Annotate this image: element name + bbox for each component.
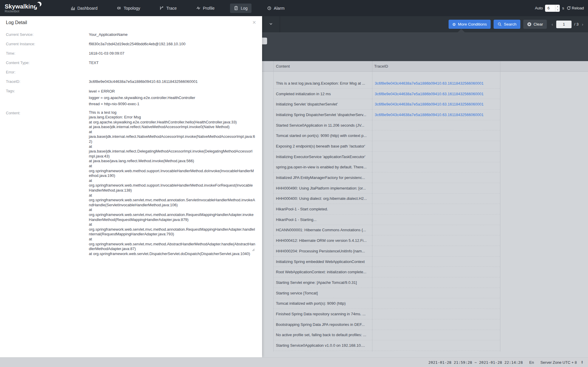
row-spacer	[262, 162, 273, 173]
nav-item-log[interactable]: Log	[230, 4, 251, 13]
table-row[interactable]: No active profile set, falling back to d…	[262, 330, 588, 341]
column-header-content: Content	[276, 64, 290, 68]
row-content-cell[interactable]: Exposing 2 endpoint(s) beneath base path…	[273, 141, 372, 152]
row-content-cell[interactable]: Finished Spring Data repository scanning…	[273, 309, 372, 319]
row-content-cell[interactable]: No active profile set, falling back to d…	[273, 330, 372, 341]
clear-button[interactable]: Clear	[523, 20, 547, 29]
row-content-cell[interactable]: HHH000400: Using dialect: org.hibernate.…	[273, 194, 372, 204]
chevron-down-icon[interactable]	[269, 22, 273, 27]
table-row[interactable]: Initializing Servlet 'dispatcherServlet'…	[262, 99, 588, 110]
row-content-cell[interactable]: Root WebApplicationContext: initializati…	[273, 267, 372, 277]
time-range-picker[interactable]: 2021-01-28 21:59:28 ~ 2021-01-28 22:14:2…	[428, 360, 523, 365]
row-traceid-cell	[372, 257, 500, 267]
page-number-input[interactable]	[556, 21, 572, 28]
row-traceid-cell	[372, 204, 500, 214]
row-content-cell[interactable]: HHH000204: Processing PersistenceUnitInf…	[273, 246, 372, 257]
log-detail-fields: Current Service: Your_ApplicationName Cu…	[6, 32, 262, 256]
nav-item-dashboard[interactable]: Dashboard	[67, 4, 101, 13]
nav-item-profile[interactable]: Profile	[192, 4, 219, 13]
row-content-cell[interactable]: This is a test log java.lang.Exception: …	[273, 78, 372, 89]
table-row[interactable]: Starting Servlet engine: [Apache Tomcat/…	[262, 277, 588, 288]
table-row[interactable]: HikariPool-1 - Starting...	[262, 214, 588, 225]
table-row[interactable]: Finished Spring Data repository scanning…	[262, 309, 588, 319]
trace-id-link[interactable]: 3c6f8e9e043c44638a7e5a1886b09410.63.1611…	[375, 102, 484, 106]
row-content-cell[interactable]: Tomcat initialized with port(s): 9090 (h…	[273, 298, 372, 309]
row-content-cell[interactable]: Initializing ExecutorService 'applicatio…	[273, 152, 372, 162]
row-content-cell[interactable]: Initializing Spring DispatcherServlet 'd…	[273, 110, 372, 120]
row-content-cell[interactable]: Initializing Spring embedded WebApplicat…	[273, 257, 372, 267]
log-content-textarea[interactable]: This is a test log java.lang.Exception: …	[89, 110, 255, 257]
log-table-header: Content TraceID	[262, 61, 588, 72]
row-content-cell[interactable]: HHH000412: Hibernate ORM core version 5.…	[273, 235, 372, 246]
table-row[interactable]: Tomcat initialized with port(s): 9090 (h…	[262, 298, 588, 309]
table-row[interactable]: Root WebApplicationContext: initializati…	[262, 267, 588, 277]
nav-item-trace[interactable]: Trace	[156, 4, 180, 13]
resize-handle-icon[interactable]	[239, 243, 255, 258]
table-row[interactable]: This is a test log java.lang.Exception: …	[262, 78, 588, 89]
table-row[interactable]: Initializing Spring embedded WebApplicat…	[262, 257, 588, 267]
table-row[interactable]: Initializing Spring DispatcherServlet 'd…	[262, 110, 588, 120]
row-content-cell[interactable]: HHH000490: Using JtaPlatform implementat…	[273, 183, 372, 194]
profile-icon	[196, 6, 201, 10]
auto-interval-input[interactable]: ▲▼	[545, 5, 560, 12]
row-traceid-cell	[372, 130, 500, 141]
row-content-cell[interactable]: Starting Servlet engine: [Apache Tomcat/…	[273, 277, 372, 288]
row-content-cell[interactable]: Started Service0Application in 11.206 se…	[273, 120, 372, 131]
row-content-cell[interactable]: spring.jpa.open-in-view is enabled by de…	[273, 162, 372, 173]
table-row[interactable]: Initialized JPA EntityManagerFactory for…	[262, 172, 588, 183]
table-row[interactable]: HHH000490: Using JtaPlatform implementat…	[262, 183, 588, 194]
row-content-cell[interactable]: Initialized JPA EntityManagerFactory for…	[273, 172, 372, 183]
table-row[interactable]: Exposing 2 endpoint(s) beneath base path…	[262, 141, 588, 152]
trace-id-link[interactable]: 3c6f8e9e043c44638a7e5a1886b09410.63.1611…	[375, 92, 484, 96]
table-row[interactable]: Starting service [Tomcat]	[262, 288, 588, 299]
more-conditions-label: More Conditions	[458, 22, 487, 26]
nav-item-alarm[interactable]: Alarm	[263, 4, 289, 13]
field-row-tags: Tags: level = ERRORlogger = org.apache.s…	[6, 88, 262, 107]
auto-interval-stepper[interactable]: ▲▼	[555, 5, 560, 12]
step-up-icon[interactable]: ▲	[555, 5, 560, 9]
row-spacer	[262, 141, 273, 152]
row-spacer	[262, 257, 273, 267]
nav-item-topology[interactable]: Topology	[113, 4, 144, 13]
trace-id-link[interactable]: 3c6f8e9e043c44638a7e5a1886b09410.63.1611…	[375, 113, 484, 117]
modal-title: Log Detail	[0, 16, 262, 25]
search-button[interactable]: Search	[494, 20, 520, 29]
row-content-cell[interactable]: Starting Service0Application v1.0.0 on 1…	[273, 340, 372, 351]
reload-button[interactable]: Reload	[567, 6, 584, 10]
skywalking-logo[interactable]: Skywalking Rocketbot	[5, 4, 37, 13]
row-content-cell[interactable]: Bootstrapping Spring Data JPA repositori…	[273, 319, 372, 330]
table-row[interactable]: HHH000412: Hibernate ORM core version 5.…	[262, 235, 588, 246]
chevron-right-icon[interactable]: ›	[581, 22, 584, 27]
table-row[interactable]: Bootstrapping Spring Data JPA repositori…	[262, 319, 588, 330]
more-conditions-button[interactable]: ⚙ More Conditions	[449, 20, 491, 29]
table-row[interactable]: Completed initialization in 12 ms 3c6f8e…	[262, 89, 588, 99]
auto-interval-value[interactable]	[545, 5, 554, 12]
row-content-cell[interactable]: Tomcat started on port(s): 9090 (http) w…	[273, 130, 372, 141]
row-traceid-cell	[372, 141, 500, 152]
field-row-time: Time: 1618-01-03 09:09:07	[6, 51, 262, 56]
table-row[interactable]: Tomcat started on port(s): 9090 (http) w…	[262, 130, 588, 141]
table-row[interactable]: Initializing ExecutorService 'applicatio…	[262, 152, 588, 162]
step-down-icon[interactable]: ▼	[555, 8, 560, 12]
trace-id-link[interactable]: 3c6f8e9e043c44638a7e5a1886b09410.63.1611…	[375, 81, 484, 86]
language-toggle[interactable]: En	[529, 360, 534, 365]
zone-stepper[interactable]: ▲▼	[581, 361, 583, 364]
row-content-cell[interactable]: Completed initialization in 12 ms	[273, 89, 372, 99]
chevron-left-icon[interactable]: ‹	[551, 22, 554, 27]
table-row[interactable]: Starting Service0Application v1.0.0 on 1…	[262, 340, 588, 351]
table-row[interactable]: HikariPool-1 - Start completed.	[262, 204, 588, 214]
close-icon[interactable]: ✕	[252, 20, 256, 25]
table-row[interactable]: HHH000400: Using dialect: org.hibernate.…	[262, 194, 588, 204]
table-row[interactable]: spring.jpa.open-in-view is enabled by de…	[262, 162, 588, 173]
table-row[interactable]: Started Service0Application in 11.206 se…	[262, 120, 588, 131]
row-content-cell[interactable]: HikariPool-1 - Starting...	[273, 214, 372, 225]
table-row[interactable]: HCANN000001: Hibernate Commons Annotatio…	[262, 225, 588, 236]
step-down-icon[interactable]: ▼	[581, 362, 583, 364]
top-navbar: Skywalking Rocketbot Dashboard Topology …	[0, 0, 588, 16]
table-row[interactable]: HHH000204: Processing PersistenceUnitInf…	[262, 246, 588, 257]
row-content-cell[interactable]: HCANN000001: Hibernate Commons Annotatio…	[273, 225, 372, 236]
row-content-cell[interactable]: Starting service [Tomcat]	[273, 288, 372, 299]
row-content-cell[interactable]: HikariPool-1 - Start completed.	[273, 204, 372, 214]
nav-right-controls: Auto ▲▼ s Reload	[535, 5, 584, 12]
row-content-cell[interactable]: Initializing Servlet 'dispatcherServlet'	[273, 99, 372, 110]
